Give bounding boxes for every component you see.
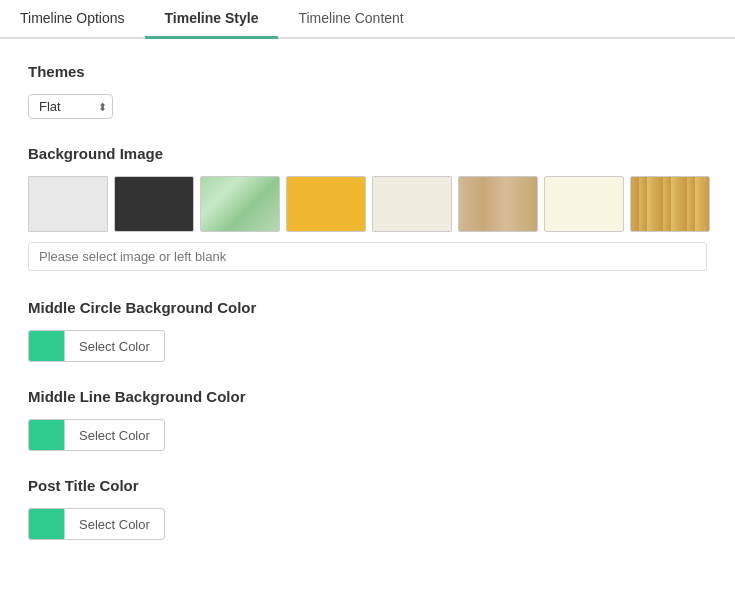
tab-timeline-options[interactable]: Timeline Options xyxy=(0,0,145,39)
tabs-bar: Timeline Options Timeline Style Timeline… xyxy=(0,0,735,39)
swatch-dark[interactable] xyxy=(114,176,194,232)
image-swatches-row xyxy=(28,176,707,232)
middle-line-color-swatch[interactable] xyxy=(28,419,64,451)
post-title-color-section: Post Title Color Select Color xyxy=(28,477,707,540)
middle-circle-bg-title: Middle Circle Background Color xyxy=(28,299,707,316)
themes-select-wrapper: Flat Modern Classic ⬍ xyxy=(28,94,113,119)
post-title-color-picker: Select Color xyxy=(28,508,707,540)
swatch-green-camo[interactable] xyxy=(200,176,280,232)
background-image-title: Background Image xyxy=(28,145,707,162)
swatch-yellow[interactable] xyxy=(286,176,366,232)
post-title-color-title: Post Title Color xyxy=(28,477,707,494)
middle-line-bg-section: Middle Line Background Color Select Colo… xyxy=(28,388,707,451)
themes-title: Themes xyxy=(28,63,707,80)
swatch-cream[interactable] xyxy=(372,176,452,232)
middle-circle-color-picker: Select Color xyxy=(28,330,707,362)
middle-circle-select-color-button[interactable]: Select Color xyxy=(64,330,165,362)
swatch-plain-light[interactable] xyxy=(28,176,108,232)
middle-line-select-color-button[interactable]: Select Color xyxy=(64,419,165,451)
background-image-section: Background Image xyxy=(28,145,707,271)
middle-line-bg-title: Middle Line Background Color xyxy=(28,388,707,405)
post-title-select-color-button[interactable]: Select Color xyxy=(64,508,165,540)
swatch-wood-striped[interactable] xyxy=(630,176,710,232)
swatch-wood-light[interactable] xyxy=(458,176,538,232)
post-title-color-swatch[interactable] xyxy=(28,508,64,540)
middle-circle-color-swatch[interactable] xyxy=(28,330,64,362)
image-url-input[interactable] xyxy=(28,242,707,271)
middle-line-color-picker: Select Color xyxy=(28,419,707,451)
tab-timeline-content[interactable]: Timeline Content xyxy=(278,0,423,39)
swatch-pale-yellow[interactable] xyxy=(544,176,624,232)
main-content: Themes Flat Modern Classic ⬍ Background … xyxy=(0,39,735,590)
middle-circle-bg-section: Middle Circle Background Color Select Co… xyxy=(28,299,707,362)
themes-select[interactable]: Flat Modern Classic xyxy=(28,94,113,119)
tab-timeline-style[interactable]: Timeline Style xyxy=(145,0,279,39)
themes-section: Themes Flat Modern Classic ⬍ xyxy=(28,63,707,119)
